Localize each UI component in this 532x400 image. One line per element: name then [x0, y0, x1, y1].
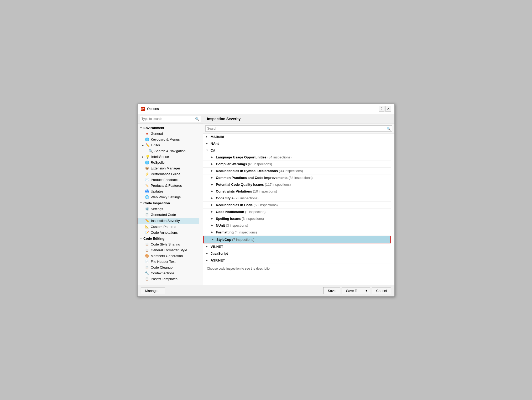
- sidebar-item-settings[interactable]: ⚙️ Settings: [138, 206, 199, 212]
- save-to-arrow-button[interactable]: ▼: [363, 287, 370, 294]
- ptree-item-javascript[interactable]: ▶ JavaScript: [203, 250, 391, 257]
- count-potential-quality: (117 inspections): [265, 183, 291, 186]
- title-bar-left: R# Options: [141, 107, 159, 111]
- ptree-item-stylecop[interactable]: ▶ StyleCop (7 inspections): [203, 236, 391, 243]
- cancel-button[interactable]: Cancel: [372, 287, 391, 294]
- sidebar-item-custom-patterns[interactable]: 📐 Custom Patterns: [138, 224, 199, 230]
- count-nunit: (3 inspections): [226, 223, 248, 227]
- sidebar-item-general-formatter[interactable]: 📋 General Formatter Style: [138, 247, 199, 253]
- sidebar-item-search-navigation[interactable]: 🔍 Search & Navigation: [138, 148, 199, 154]
- general-label: General: [151, 132, 197, 136]
- sidebar-item-extension-manager[interactable]: 📦 Extension Manager: [138, 166, 199, 171]
- ptree-item-compiler-warnings[interactable]: ▶ Compiler Warnings (61 inspections): [203, 161, 391, 168]
- products-features-label: Products & Features: [151, 184, 197, 188]
- expand-icon-csharp: ▼: [206, 149, 209, 152]
- sidebar-item-generated-code[interactable]: 📋 Generated Code: [138, 212, 199, 218]
- sidebar-item-postfix-templates[interactable]: 📋 Postfix Templates: [138, 276, 199, 282]
- ptree-item-aspnet[interactable]: ▶ ASP.NET: [203, 257, 391, 264]
- sidebar-item-members-generation[interactable]: 🎨 Members Generation: [138, 253, 199, 259]
- sidebar-item-products-features[interactable]: 🏷️ Products & Features: [138, 183, 199, 189]
- sidebar-item-performance-guide[interactable]: ⚡ Performance Guide: [138, 171, 199, 177]
- sidebar-section-environment[interactable]: ▼ Environment: [138, 125, 199, 131]
- expand-icon-code-notification: ▶: [211, 210, 214, 213]
- editor-label: Editor: [151, 143, 197, 147]
- sidebar-item-intellisense[interactable]: ▶ 💡 IntelliSense: [138, 154, 199, 160]
- ptree-item-csharp[interactable]: ▼ C#: [203, 147, 391, 154]
- ptree-item-language-usage[interactable]: ▶ Language Usage Opportunities (34 inspe…: [203, 154, 391, 161]
- expand-icon-nant: ▶: [206, 142, 209, 145]
- sidebar-item-respeller[interactable]: 🌐 ReSpeller: [138, 160, 199, 166]
- window-title: Options: [147, 107, 159, 111]
- panel-tree: ▶ MSBuild ▶ NAnt ▼ C# ▶ L: [203, 134, 394, 264]
- web-proxy-label: Web Proxy Settings: [151, 195, 197, 199]
- ptree-label-vbnet: VB.NET: [211, 245, 223, 249]
- ptree-item-redundancies-code[interactable]: ▶ Redundancies in Code (63 inspections): [203, 202, 391, 209]
- sidebar-item-general[interactable]: ● General: [138, 131, 199, 137]
- save-button[interactable]: Save: [323, 287, 340, 294]
- panel-search-input[interactable]: [205, 125, 392, 132]
- sidebar-item-code-cleanup[interactable]: 📋 Code Cleanup: [138, 265, 199, 270]
- sidebar-search-input[interactable]: [140, 116, 201, 122]
- keyboard-menus-icon: 🌐: [145, 137, 149, 142]
- ptree-item-code-style[interactable]: ▶ Code Style (23 inspections): [203, 195, 391, 202]
- expand-icon-redundancies-symbol: ▶: [211, 169, 214, 172]
- ptree-item-msbuild[interactable]: ▶ MSBuild: [203, 134, 391, 140]
- title-bar-controls: ? ✕: [379, 106, 391, 112]
- product-feedback-icon: ✉️: [145, 178, 149, 182]
- ptree-item-nunit[interactable]: ▶ NUnit (3 inspections): [203, 222, 391, 229]
- sidebar-item-product-feedback[interactable]: ✉️ Product Feedback: [138, 177, 199, 183]
- ptree-item-nant[interactable]: ▶ NAnt: [203, 140, 391, 147]
- sidebar-item-web-proxy[interactable]: 🌐 Web Proxy Settings: [138, 194, 199, 200]
- expand-icon-language-usage: ▶: [211, 156, 214, 158]
- respeller-icon: 🌐: [145, 161, 149, 165]
- count-common-practices: (84 inspections): [289, 176, 313, 180]
- sidebar-item-updates[interactable]: 🌀 Updates: [138, 189, 199, 194]
- sidebar-section-code-editing[interactable]: ▼ Code Editing: [138, 236, 199, 242]
- ptree-item-constraints-violations[interactable]: ▶ Constraints Violations (10 inspections…: [203, 188, 391, 195]
- bottom-left: Manage...: [141, 287, 165, 294]
- keyboard-menus-label: Keyboard & Menus: [151, 137, 197, 141]
- count-spelling-issues: (3 inspections): [242, 217, 264, 221]
- performance-guide-icon: ⚡: [145, 172, 149, 176]
- panel-search-icon: 🔍: [387, 126, 391, 130]
- ptree-item-vbnet[interactable]: ▶ VB.NET: [203, 243, 391, 250]
- sidebar-section-code-inspection[interactable]: ▼ Code Inspection: [138, 200, 199, 206]
- ptree-item-spelling-issues[interactable]: ▶ Spelling issues (3 inspections): [203, 215, 391, 222]
- search-nav-label: Search & Navigation: [154, 149, 197, 153]
- ptree-item-redundancies-symbol[interactable]: ▶ Redundancies in Symbol Declarations (3…: [203, 168, 391, 174]
- sidebar-item-file-header[interactable]: 📄 File Header Text: [138, 259, 199, 265]
- code-annotations-label: Code Annotations: [151, 231, 197, 234]
- expand-icon-nunit: ▶: [211, 224, 214, 227]
- ptree-label-constraints-violations: Constraints Violations (10 inspections): [216, 189, 277, 193]
- ptree-label-nunit: NUnit (3 inspections): [216, 223, 248, 227]
- extension-manager-label: Extension Manager: [151, 166, 197, 170]
- custom-patterns-label: Custom Patterns: [151, 225, 197, 229]
- ptree-item-code-notification[interactable]: ▶ Code Notification (1 inspection): [203, 209, 391, 215]
- sidebar-section-code-editing-label: Code Editing: [143, 237, 197, 241]
- sidebar-item-code-annotations[interactable]: 📝 Code Annotations: [138, 230, 199, 236]
- sidebar-item-keyboard-menus[interactable]: 🌐 Keyboard & Menus: [138, 137, 199, 142]
- ptree-label-compiler-warnings: Compiler Warnings (61 inspections): [216, 162, 272, 166]
- expand-icon-editor: ▶: [141, 144, 144, 147]
- context-actions-icon: 🔧: [145, 271, 149, 275]
- sidebar-item-context-actions[interactable]: 🔧 Context Actions: [138, 270, 199, 276]
- description-text: Choose code inspection to see the descri…: [207, 267, 272, 270]
- expand-icon-potential-quality: ▶: [211, 183, 214, 186]
- ptree-item-common-practices[interactable]: ▶ Common Practices and Code Improvements…: [203, 174, 391, 181]
- panel-search-wrap: 🔍: [205, 125, 392, 132]
- sidebar-section-environment-label: Environment: [143, 126, 197, 130]
- help-button[interactable]: ?: [379, 106, 384, 112]
- sidebar-item-code-style-sharing[interactable]: 📋 Code Style Sharing: [138, 242, 199, 247]
- sidebar-item-editor[interactable]: ▶ ✏️ Editor: [138, 142, 199, 148]
- sidebar-item-inspection-severity[interactable]: ✏️ Inspection Severity: [138, 218, 199, 224]
- code-cleanup-icon: 📋: [145, 265, 149, 270]
- ptree-item-potential-quality[interactable]: ▶ Potential Code Quality Issues (117 ins…: [203, 181, 391, 188]
- save-to-split: Save To ▼: [342, 287, 370, 294]
- save-to-button[interactable]: Save To: [342, 287, 363, 294]
- members-generation-icon: 🎨: [145, 254, 149, 258]
- ptree-item-formatting[interactable]: ▶ Formatting (4 inspections): [203, 229, 391, 236]
- close-button[interactable]: ✕: [385, 106, 391, 112]
- performance-guide-label: Performance Guide: [151, 172, 197, 176]
- manage-button[interactable]: Manage...: [141, 287, 165, 294]
- intellisense-label: IntelliSense: [151, 155, 197, 159]
